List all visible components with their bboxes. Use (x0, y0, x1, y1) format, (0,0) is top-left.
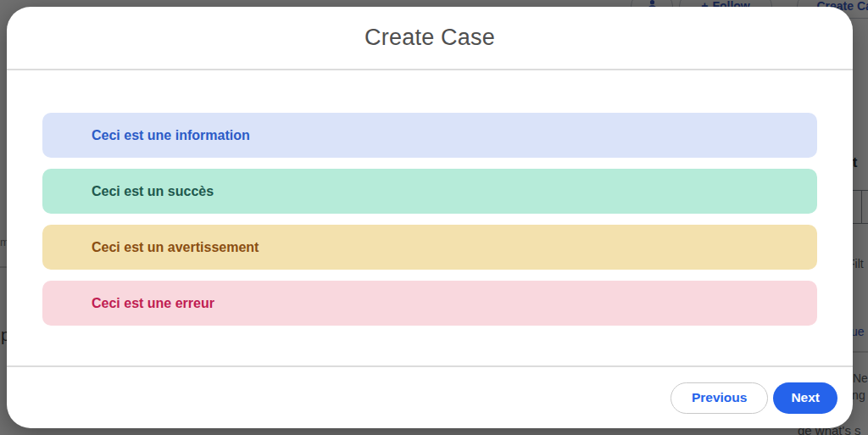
previous-button[interactable]: Previous (670, 382, 768, 414)
modal-body: Ceci est une information Ceci est un suc… (7, 70, 853, 365)
alert-success-label: Ceci est un succès (92, 184, 214, 199)
modal-footer: Previous Next (7, 365, 853, 428)
alert-error-label: Ceci est une erreur (92, 296, 214, 311)
alert-success: Ceci est un succès (42, 169, 817, 214)
alert-warning: Ceci est un avertissement (42, 225, 817, 270)
alert-error: Ceci est une erreur (42, 281, 817, 326)
next-button[interactable]: Next (773, 382, 837, 414)
modal-title: Create Case (364, 25, 495, 51)
alert-warning-label: Ceci est un avertissement (92, 240, 259, 255)
alert-info-label: Ceci est une information (92, 128, 250, 143)
create-case-modal: Create Case Ceci est une information Cec… (7, 7, 853, 428)
alert-info: Ceci est une information (42, 113, 817, 158)
modal-header: Create Case (7, 7, 853, 70)
